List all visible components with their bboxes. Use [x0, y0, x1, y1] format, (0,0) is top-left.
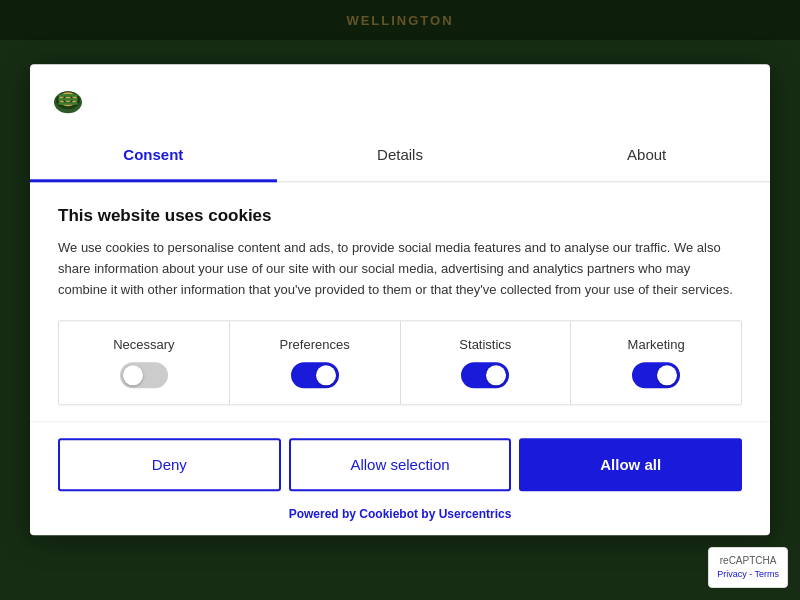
toggle-label-preferences: Preferences: [280, 338, 350, 353]
tabs: Consent Details About: [30, 128, 770, 182]
toggle-statistics-knob: [486, 366, 506, 386]
toggle-cell-statistics: Statistics: [401, 322, 572, 405]
svg-rect-7: [58, 102, 78, 105]
toggle-label-statistics: Statistics: [459, 338, 511, 353]
toggle-label-marketing: Marketing: [628, 338, 685, 353]
toggle-preferences-knob: [316, 366, 336, 386]
toggle-marketing-knob: [657, 366, 677, 386]
toggle-marketing[interactable]: [632, 363, 680, 389]
cookiebot-link[interactable]: Cookiebot by Usercentrics: [359, 508, 511, 522]
cookie-modal: Consent Details About This website uses …: [30, 64, 770, 535]
toggle-necessary-knob: [123, 366, 143, 386]
recaptcha-line2[interactable]: Privacy - Terms: [717, 568, 779, 581]
recaptcha-badge: reCAPTCHA Privacy - Terms: [708, 547, 788, 588]
deny-button[interactable]: Deny: [58, 439, 281, 492]
toggle-cell-marketing: Marketing: [571, 322, 741, 405]
allow-selection-button[interactable]: Allow selection: [289, 439, 512, 492]
allow-all-button[interactable]: Allow all: [519, 439, 742, 492]
toggle-cell-necessary: Necessary: [59, 322, 230, 405]
modal-description: We use cookies to personalise content an…: [58, 238, 742, 300]
toggle-cell-preferences: Preferences: [230, 322, 401, 405]
modal-title: This website uses cookies: [58, 206, 742, 226]
modal-logo-row: [30, 64, 770, 128]
modal-body: This website uses cookies We use cookies…: [30, 182, 770, 421]
tab-consent[interactable]: Consent: [30, 128, 277, 181]
buttons-row: Deny Allow selection Allow all: [30, 422, 770, 508]
toggle-preferences[interactable]: [291, 363, 339, 389]
cookiebot-logo-icon: [50, 80, 86, 116]
tab-about[interactable]: About: [523, 128, 770, 181]
recaptcha-line1: reCAPTCHA: [717, 554, 779, 568]
toggle-statistics[interactable]: [461, 363, 509, 389]
powered-by: Powered by Cookiebot by Usercentrics: [30, 508, 770, 536]
svg-rect-6: [58, 98, 78, 101]
toggle-necessary[interactable]: [120, 363, 168, 389]
tab-details[interactable]: Details: [277, 128, 524, 181]
toggles-row: Necessary Preferences Statistics Marketi…: [58, 321, 742, 406]
svg-rect-5: [58, 94, 78, 97]
toggle-label-necessary: Necessary: [113, 338, 174, 353]
